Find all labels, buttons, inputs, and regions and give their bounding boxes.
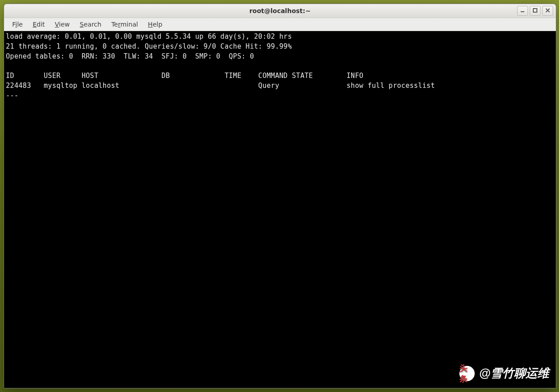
- menu-view[interactable]: View: [50, 19, 74, 29]
- terminal-line: load average: 0.01, 0.01, 0.00 mysqld 5.…: [6, 32, 292, 41]
- menu-terminal[interactable]: Terminal: [107, 19, 142, 29]
- menu-help[interactable]: Help: [143, 19, 167, 29]
- window-titlebar[interactable]: root@localhost:~: [4, 4, 556, 18]
- terminal-line: Opened tables: 0 RRN: 330 TLW: 34 SFJ: 0…: [6, 52, 254, 60]
- menu-edit[interactable]: Edit: [28, 19, 49, 29]
- minimize-icon: [520, 8, 525, 14]
- terminal-window: root@localhost:~ File Edit View Search T…: [4, 4, 556, 388]
- menu-search[interactable]: Search: [75, 19, 106, 29]
- close-button[interactable]: [542, 6, 553, 16]
- window-controls: [517, 6, 553, 16]
- maximize-button[interactable]: [530, 6, 541, 16]
- minimize-button[interactable]: [517, 6, 528, 16]
- close-icon: [545, 8, 550, 14]
- terminal-line: 21 threads: 1 running, 0 cached. Queries…: [6, 42, 292, 50]
- terminal-line: ---: [6, 91, 18, 100]
- window-title: root@localhost:~: [249, 7, 311, 14]
- terminal-line: ID USER HOST DB TIME COMMAND STATE INFO: [6, 72, 363, 80]
- maximize-icon: [533, 8, 537, 14]
- terminal-output[interactable]: load average: 0.01, 0.01, 0.00 mysqld 5.…: [4, 31, 556, 388]
- desktop-background: root@localhost:~ File Edit View Search T…: [0, 0, 559, 392]
- menubar: File Edit View Search Terminal Help: [4, 18, 556, 31]
- svg-rect-1: [533, 9, 537, 12]
- menu-file[interactable]: File: [8, 19, 27, 29]
- terminal-line: 224483 mysqltop localhost Query show ful…: [6, 82, 435, 90]
